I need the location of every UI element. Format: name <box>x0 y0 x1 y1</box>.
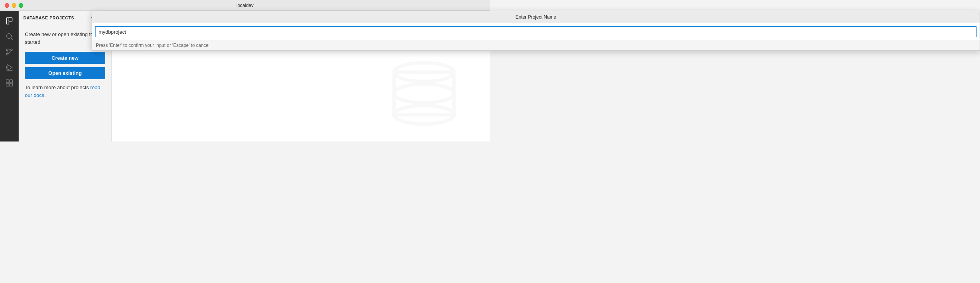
extensions-icon[interactable] <box>2 76 16 90</box>
watermark-icon <box>381 55 467 134</box>
project-name-input[interactable] <box>95 26 490 37</box>
window-title: localdev <box>236 3 254 8</box>
maximize-button[interactable] <box>19 3 23 8</box>
svg-point-18 <box>394 84 454 103</box>
learn-text-suffix: . <box>44 92 46 98</box>
project-name-dialog: Enter Project Name Press 'Enter' to conf… <box>0 11 490 51</box>
sidebar-learn-text: To learn more about projects read our do… <box>25 84 105 99</box>
svg-rect-12 <box>10 80 12 83</box>
svg-rect-13 <box>6 80 9 83</box>
traffic-lights <box>5 3 23 8</box>
dialog-hint: Press 'Enter' to confirm your input or '… <box>92 40 490 50</box>
learn-text-prefix: To learn more about projects <box>25 85 90 90</box>
close-button[interactable] <box>5 3 9 8</box>
svg-point-5 <box>6 53 8 55</box>
dialog-container: Enter Project Name Press 'Enter' to conf… <box>92 11 490 51</box>
svg-rect-11 <box>6 83 9 86</box>
dialog-title: Enter Project Name <box>92 11 490 23</box>
svg-marker-7 <box>7 65 12 71</box>
svg-rect-14 <box>10 83 12 86</box>
run-debug-icon[interactable] <box>2 60 16 74</box>
open-existing-button[interactable]: Open existing <box>25 67 105 79</box>
create-new-button[interactable]: Create new <box>25 52 105 64</box>
dialog-input-container <box>92 23 490 40</box>
title-bar: localdev <box>0 0 490 11</box>
minimize-button[interactable] <box>12 3 16 8</box>
